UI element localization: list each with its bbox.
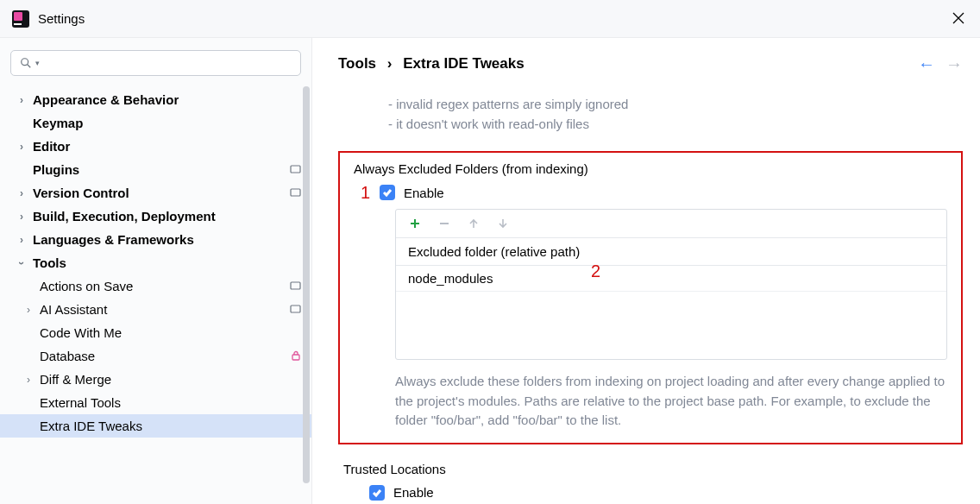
sidebar-item-actions-on-save[interactable]: Actions on Save — [0, 274, 311, 298]
search-field[interactable] — [43, 56, 292, 70]
search-input[interactable]: ▾ — [10, 50, 301, 76]
svg-rect-8 — [291, 306, 300, 312]
sidebar-scrollbar[interactable] — [301, 38, 311, 504]
close-icon[interactable] — [949, 8, 968, 30]
chevron-right-icon: › — [16, 211, 28, 223]
hint-text: - invalid regex patterns are simply igno… — [388, 95, 963, 134]
breadcrumb-separator: › — [387, 55, 393, 72]
sidebar-item-tools[interactable]: ›Tools — [0, 251, 311, 274]
sidebar-item-editor[interactable]: ›Editor — [0, 135, 311, 158]
project-tag-icon — [290, 302, 301, 317]
lock-icon — [291, 349, 301, 363]
main-panel: Tools › Extra IDE Tweaks ← → - invalid r… — [312, 38, 980, 504]
svg-rect-9 — [292, 355, 299, 360]
enable-label: Enable — [393, 485, 434, 500]
sidebar-item-appearance[interactable]: ›Appearance & Behavior — [0, 88, 311, 111]
project-tag-icon — [290, 186, 301, 200]
svg-point-3 — [22, 59, 28, 66]
excluded-folders-table: Excluded folder (relative path) node_mod… — [395, 209, 947, 360]
sidebar-item-external-tools[interactable]: External Tools — [0, 391, 311, 414]
search-dropdown-icon[interactable]: ▾ — [35, 59, 40, 67]
table-row[interactable]: node_modules — [396, 266, 946, 292]
chevron-right-icon: › — [16, 234, 28, 246]
nav-forward-icon: → — [945, 55, 963, 72]
chevron-right-icon: › — [16, 187, 28, 199]
help-text: Always exclude these folders from indexi… — [395, 372, 947, 431]
project-tag-icon — [290, 162, 301, 177]
sidebar-item-build[interactable]: ›Build, Execution, Deployment — [0, 205, 311, 228]
enable-checkbox[interactable] — [380, 185, 395, 200]
svg-line-4 — [28, 65, 31, 68]
annotation-2: 2 — [591, 261, 600, 281]
annotation-1: 1 — [361, 183, 370, 203]
titlebar: Settings — [0, 0, 980, 38]
section-always-excluded: Always Excluded Folders (from indexing) … — [338, 151, 963, 444]
svg-rect-1 — [14, 12, 22, 21]
sidebar-item-database[interactable]: Database — [0, 344, 311, 368]
svg-rect-7 — [291, 282, 300, 289]
sidebar-item-diff-merge[interactable]: ›Diff & Merge — [0, 368, 311, 391]
move-down-button — [496, 217, 510, 230]
enable-checkbox[interactable] — [369, 485, 385, 501]
sidebar-item-version-control[interactable]: ›Version Control — [0, 181, 311, 205]
sidebar-item-ai-assistant[interactable]: ›AI Assistant — [0, 298, 311, 321]
move-up-button — [467, 217, 481, 230]
enable-label: Enable — [404, 186, 444, 200]
scrollbar-thumb[interactable] — [303, 86, 310, 483]
section-trusted-locations: Trusted Locations Enable — [338, 462, 963, 501]
sidebar-item-languages[interactable]: ›Languages & Frameworks — [0, 228, 311, 251]
sidebar-item-extra-ide-tweaks[interactable]: Extra IDE Tweaks — [0, 414, 311, 438]
window-title: Settings — [38, 11, 85, 26]
breadcrumb-leaf: Extra IDE Tweaks — [403, 55, 524, 72]
section-title: Trusted Locations — [343, 462, 963, 476]
settings-tree: ›Appearance & Behavior Keymap ›Editor Pl… — [0, 85, 311, 438]
remove-button — [437, 217, 451, 230]
app-icon — [12, 10, 29, 28]
breadcrumb: Tools › Extra IDE Tweaks — [338, 55, 525, 72]
svg-rect-5 — [291, 166, 300, 173]
breadcrumb-root[interactable]: Tools — [338, 55, 376, 72]
chevron-right-icon: › — [16, 141, 28, 153]
nav-back-icon[interactable]: ← — [918, 55, 935, 72]
svg-rect-6 — [291, 189, 300, 196]
search-icon — [20, 57, 32, 69]
project-tag-icon — [290, 279, 301, 293]
table-column-header: Excluded folder (relative path) — [396, 238, 946, 266]
sidebar-item-plugins[interactable]: Plugins — [0, 158, 311, 181]
sidebar-item-code-with-me[interactable]: Code With Me — [0, 321, 311, 344]
section-title: Always Excluded Folders (from indexing) — [354, 161, 947, 176]
chevron-right-icon: › — [16, 94, 28, 106]
chevron-down-icon: › — [16, 257, 28, 269]
table-empty-area[interactable] — [396, 292, 946, 359]
add-button[interactable] — [408, 217, 422, 230]
chevron-right-icon: › — [22, 374, 35, 386]
chevron-right-icon: › — [22, 304, 35, 316]
sidebar: ▾ ›Appearance & Behavior Keymap ›Editor … — [0, 38, 312, 504]
sidebar-item-keymap[interactable]: Keymap — [0, 111, 311, 135]
svg-rect-2 — [14, 23, 22, 25]
